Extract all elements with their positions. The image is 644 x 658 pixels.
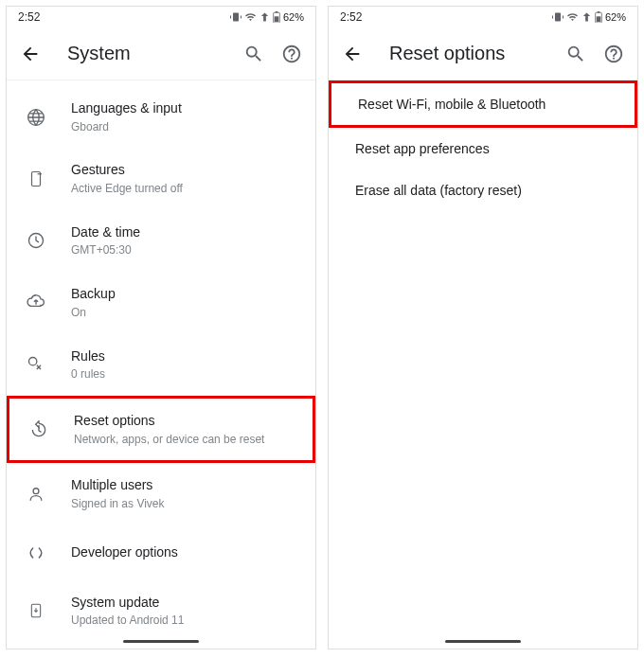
item-title: Reset options xyxy=(74,412,297,431)
item-title: Gestures xyxy=(71,161,300,180)
status-bar: 2:52 62% xyxy=(329,7,637,27)
svg-point-7 xyxy=(33,489,39,494)
search-icon[interactable] xyxy=(565,44,586,64)
svg-rect-2 xyxy=(275,16,279,22)
item-factory-reset[interactable]: Erase all data (factory reset) xyxy=(329,169,637,211)
status-bar: 2:52 62% xyxy=(7,7,315,27)
item-title: System update xyxy=(71,594,300,613)
header: Reset options xyxy=(329,27,637,80)
status-icons: 62% xyxy=(552,11,626,23)
help-icon[interactable] xyxy=(281,44,302,64)
header: System xyxy=(7,27,315,80)
item-sub: Network, apps, or device can be reset xyxy=(74,432,297,448)
item-system-update[interactable]: System update Updated to Android 11 xyxy=(7,580,315,642)
back-icon[interactable] xyxy=(20,44,41,64)
item-title: Rules xyxy=(71,347,300,366)
cloud-upload-icon xyxy=(26,293,46,313)
item-sub: Updated to Android 11 xyxy=(71,613,300,629)
svg-point-6 xyxy=(29,358,37,365)
item-multiple-users[interactable]: Multiple users Signed in as Vivek xyxy=(7,463,315,525)
item-languages-input[interactable]: Languages & input Gboard xyxy=(7,86,315,148)
battery-icon xyxy=(595,11,602,23)
vibrate-icon xyxy=(230,11,242,23)
clock-icon xyxy=(26,230,46,251)
search-icon[interactable] xyxy=(243,44,264,64)
item-gestures[interactable]: Gestures Active Edge turned off xyxy=(7,148,315,209)
battery-icon xyxy=(273,11,280,23)
reset-list: Reset Wi-Fi, mobile & Bluetooth Reset ap… xyxy=(329,80,637,211)
page-title: Reset options xyxy=(389,43,539,64)
svg-rect-11 xyxy=(597,16,601,22)
nav-indicator[interactable] xyxy=(123,640,199,643)
item-sub: Gboard xyxy=(71,119,300,135)
item-reset-wifi[interactable]: Reset Wi-Fi, mobile & Bluetooth xyxy=(329,80,637,128)
rules-icon xyxy=(26,354,46,375)
reset-icon xyxy=(28,419,49,440)
item-reset-app-prefs[interactable]: Reset app preferences xyxy=(329,128,637,169)
item-sub: Active Edge turned off xyxy=(71,181,300,197)
nav-indicator[interactable] xyxy=(445,640,521,643)
globe-icon xyxy=(26,107,46,128)
system-update-icon xyxy=(26,600,46,621)
item-rules[interactable]: Rules 0 rules xyxy=(7,334,315,396)
item-title: Multiple users xyxy=(71,476,300,495)
code-icon xyxy=(26,542,46,563)
item-title: Reset Wi-Fi, mobile & Bluetooth xyxy=(358,97,546,112)
item-title: Reset app preferences xyxy=(355,141,490,156)
phone-reset-options: 2:52 62% Reset options Reset Wi-Fi, mobi… xyxy=(328,6,638,649)
item-date-time[interactable]: Date & time GMT+05:30 xyxy=(7,210,315,272)
back-icon[interactable] xyxy=(342,44,363,64)
settings-list: Languages & input Gboard Gestures Active… xyxy=(7,80,315,648)
vibrate-icon xyxy=(552,11,564,23)
status-time: 2:52 xyxy=(340,10,362,24)
data-icon xyxy=(259,11,270,23)
battery-percentage: 62% xyxy=(605,11,626,23)
phone-system: 2:52 62% System Langu xyxy=(6,6,316,649)
phone-icon xyxy=(26,169,46,189)
item-sub: On xyxy=(71,305,300,321)
data-icon xyxy=(581,11,592,23)
svg-rect-1 xyxy=(276,11,278,12)
item-reset-options[interactable]: Reset options Network, apps, or device c… xyxy=(7,396,315,463)
item-title: Developer options xyxy=(71,543,300,562)
page-title: System xyxy=(67,43,217,64)
item-sub: Signed in as Vivek xyxy=(71,496,300,512)
item-developer-options[interactable]: Developer options xyxy=(7,525,315,580)
item-sub: GMT+05:30 xyxy=(71,242,300,258)
battery-percentage: 62% xyxy=(283,11,304,23)
user-icon xyxy=(26,484,46,505)
item-backup[interactable]: Backup On xyxy=(7,272,315,333)
status-time: 2:52 xyxy=(18,10,40,24)
item-title: Erase all data (factory reset) xyxy=(355,183,522,198)
wifi-icon xyxy=(244,11,257,23)
wifi-icon xyxy=(566,11,579,23)
item-title: Languages & input xyxy=(71,99,300,118)
status-icons: 62% xyxy=(230,11,304,23)
item-title: Date & time xyxy=(71,223,300,242)
item-sub: 0 rules xyxy=(71,366,300,382)
svg-rect-10 xyxy=(598,11,600,12)
item-title: Backup xyxy=(71,285,300,304)
help-icon[interactable] xyxy=(603,44,624,64)
